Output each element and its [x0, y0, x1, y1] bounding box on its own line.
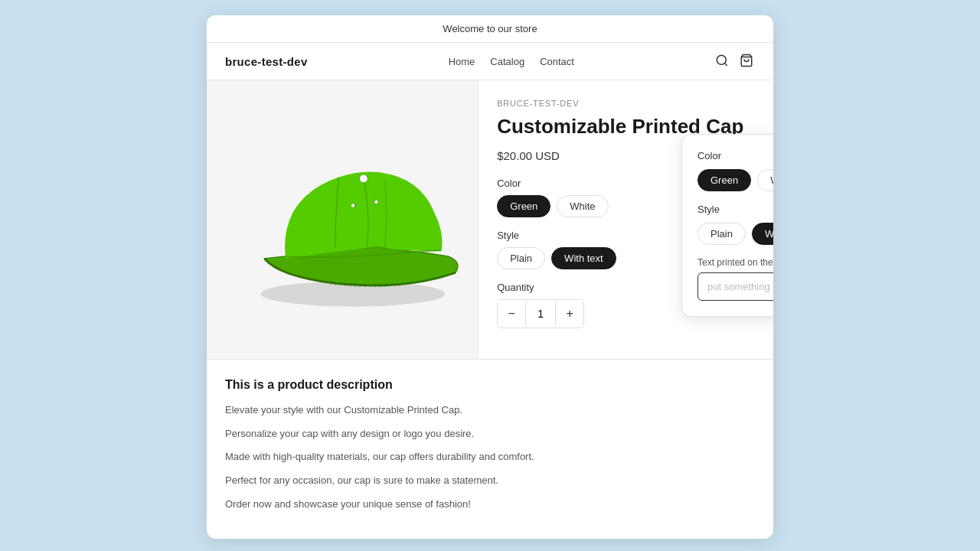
product-image-container: [207, 80, 479, 359]
vendor-label: BRUCE-TEST-DEV: [497, 99, 755, 108]
svg-point-4: [359, 174, 368, 183]
announcement-bar: Welcome to our store: [207, 15, 773, 43]
store-window: Welcome to our store bruce-test-dev Home…: [207, 15, 773, 539]
svg-point-0: [717, 55, 726, 64]
tooltip-color-btn-green[interactable]: Green: [697, 169, 751, 191]
desc-para-2: Personalize your cap with any design or …: [225, 426, 755, 442]
color-btn-white[interactable]: White: [557, 195, 608, 217]
text-input-label: Text printed on the cap: [697, 257, 773, 268]
quantity-decrease-button[interactable]: −: [498, 300, 525, 328]
tooltip-popup: Color Green White Style Plain With text …: [681, 134, 773, 317]
tooltip-style-btn-plain[interactable]: Plain: [697, 223, 746, 245]
style-btn-plain[interactable]: Plain: [497, 247, 545, 269]
tooltip-style-buttons: Plain With text: [697, 223, 773, 245]
tooltip-color-btn-white[interactable]: White: [757, 169, 773, 191]
style-btn-with-text[interactable]: With text: [551, 247, 616, 269]
cart-icon[interactable]: [740, 54, 755, 69]
quantity-value: 1: [525, 302, 556, 326]
header: bruce-test-dev Home Catalog Contact: [207, 43, 773, 80]
desc-para-1: Elevate your style with our Customizable…: [225, 403, 755, 419]
tooltip-style-label: Style: [697, 204, 773, 215]
nav-contact[interactable]: Contact: [540, 56, 574, 67]
header-icons: [715, 54, 755, 69]
svg-point-6: [374, 200, 379, 204]
search-icon[interactable]: [715, 54, 730, 69]
product-details: BRUCE-TEST-DEV Customizable Printed Cap …: [479, 80, 773, 359]
brand-name: bruce-test-dev: [225, 55, 308, 68]
color-btn-green[interactable]: Green: [497, 195, 550, 217]
tooltip-color-label: Color: [697, 150, 773, 161]
tooltip-color-buttons: Green White: [697, 169, 773, 191]
cap-text-input[interactable]: [697, 272, 773, 301]
description-title: This is a product description: [225, 378, 755, 392]
announcement-text: Welcome to our store: [443, 23, 537, 34]
nav-catalog[interactable]: Catalog: [490, 56, 524, 67]
desc-para-4: Perfect for any occasion, our cap is sur…: [225, 473, 755, 489]
svg-point-5: [351, 204, 355, 208]
desc-para-3: Made with high-quality materials, our ca…: [225, 449, 755, 465]
product-image: [222, 120, 462, 319]
tooltip-style-btn-with-text[interactable]: With text: [752, 223, 773, 245]
svg-line-1: [724, 63, 727, 65]
nav-links: Home Catalog Contact: [449, 56, 574, 67]
product-row: BRUCE-TEST-DEV Customizable Printed Cap …: [207, 80, 773, 359]
desc-para-5: Order now and showcase your unique sense…: [225, 497, 755, 513]
description-section: This is a product description Elevate yo…: [207, 359, 773, 539]
quantity-increase-button[interactable]: +: [556, 300, 583, 328]
nav-home[interactable]: Home: [449, 56, 475, 67]
quantity-control: − 1 +: [497, 299, 584, 328]
